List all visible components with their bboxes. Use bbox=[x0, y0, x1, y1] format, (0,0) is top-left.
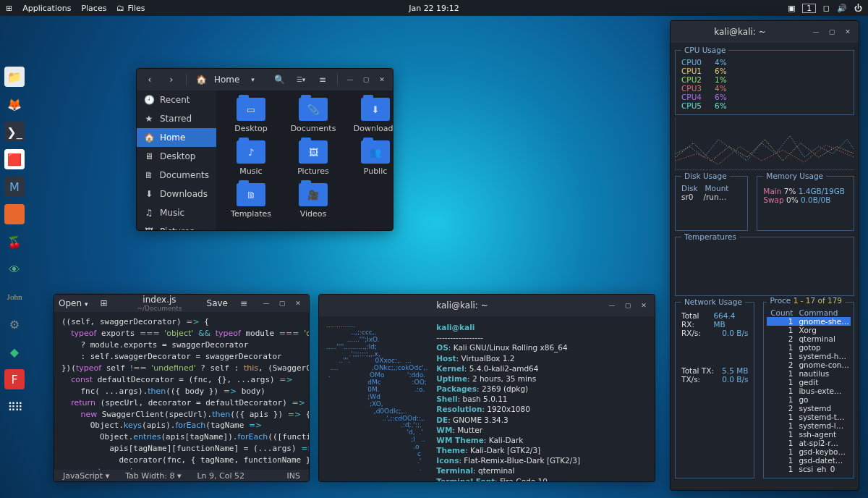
process-row[interactable]: 1ibus-exte… bbox=[767, 387, 851, 395]
maximize-button[interactable]: ▢ bbox=[825, 26, 838, 38]
process-row[interactable]: 1Xorg bbox=[767, 326, 851, 334]
disk-usage-box: Disk Usage DiskMount sr0/run… bbox=[675, 176, 748, 231]
activities-icon[interactable]: ⊞ bbox=[6, 4, 12, 13]
files-menu[interactable]: 🗂Files bbox=[116, 4, 145, 13]
dock-firefox-icon[interactable]: 🦊 bbox=[4, 94, 25, 114]
minimize-button[interactable]: — bbox=[809, 26, 822, 38]
minimize-button[interactable]: — bbox=[605, 300, 618, 311]
nav-forward-icon[interactable]: › bbox=[163, 71, 180, 88]
path-breadcrumb[interactable]: Home bbox=[214, 75, 239, 85]
close-button[interactable]: ✕ bbox=[637, 300, 650, 311]
sidebar-icon: 🏠 bbox=[144, 132, 154, 143]
process-row[interactable]: 1systemd-t… bbox=[767, 413, 851, 421]
save-button[interactable]: Save bbox=[207, 298, 228, 308]
process-row[interactable]: 1gsd-datet… bbox=[767, 456, 851, 465]
nav-back-icon[interactable]: ‹ bbox=[141, 71, 158, 88]
status-insert-mode[interactable]: INS bbox=[287, 471, 300, 481]
network-icon[interactable]: ◻ bbox=[823, 4, 830, 13]
sidebar-item-music[interactable]: ♫Music bbox=[137, 203, 216, 222]
folder-icon: 👥 bbox=[361, 140, 390, 164]
close-button[interactable]: ✕ bbox=[841, 26, 854, 38]
folder-videos[interactable]: 🎥Videos bbox=[286, 183, 341, 219]
sidebar-item-home[interactable]: 🏠Home bbox=[137, 128, 216, 147]
process-row[interactable]: 1at-spi2-r… bbox=[767, 439, 851, 447]
close-button[interactable]: ✕ bbox=[375, 74, 388, 85]
process-row[interactable]: 1systemd-h… bbox=[767, 352, 851, 360]
hamburger-menu-icon[interactable]: ≡ bbox=[235, 295, 252, 312]
sidebar-item-recent[interactable]: 🕘Recent bbox=[137, 90, 216, 109]
dock-john-icon[interactable]: John bbox=[4, 287, 25, 307]
editor-filename: index.js bbox=[119, 295, 199, 305]
view-list-icon[interactable]: ☰▾ bbox=[292, 71, 310, 88]
terminal-titlebar[interactable]: kali@kali: ~ — ▢ ✕ bbox=[319, 295, 655, 316]
places-menu[interactable]: Places bbox=[81, 4, 106, 13]
process-row[interactable]: 1gedit bbox=[767, 378, 851, 387]
close-button[interactable]: ✕ bbox=[292, 297, 305, 309]
dock-metasploit-icon[interactable]: M bbox=[4, 177, 25, 197]
process-row[interactable]: 1go bbox=[767, 395, 851, 404]
folder-icon: ▭ bbox=[237, 98, 265, 121]
sidebar-label: Starred bbox=[160, 114, 192, 124]
status-language[interactable]: JavaScript ▾ bbox=[63, 471, 109, 481]
maximize-button[interactable]: ▢ bbox=[276, 297, 289, 309]
dock-sqlmap-icon[interactable]: ⚙ bbox=[4, 314, 25, 334]
folder-documents[interactable]: 📎Documents bbox=[286, 98, 341, 133]
sidebar-item-pictures[interactable]: 🖼Pictures bbox=[137, 222, 216, 231]
hamburger-menu-icon[interactable]: ≡ bbox=[314, 71, 331, 88]
clock[interactable]: Jan 22 19:12 bbox=[409, 4, 459, 13]
folder-label: Desktop bbox=[234, 124, 267, 133]
sidebar-item-downloads[interactable]: ⬇Downloads bbox=[137, 185, 216, 203]
process-row[interactable]: 1scsi_eh_0 bbox=[767, 465, 851, 473]
process-row[interactable]: 1gotop bbox=[767, 343, 851, 352]
status-position[interactable]: Ln 9, Col 52 bbox=[197, 471, 244, 481]
folder-label: Music bbox=[239, 166, 262, 176]
files-titlebar[interactable]: ‹ › 🏠 Home ▾ 🔍 ☰▾ ≡ — ▢ ✕ bbox=[137, 69, 393, 90]
process-row[interactable]: 2gnome-con… bbox=[767, 360, 851, 369]
camera-icon[interactable]: ▣ bbox=[788, 4, 795, 13]
process-row[interactable]: 1ssh-agent bbox=[767, 430, 851, 439]
dock-cherrytree-icon[interactable]: 🍒 bbox=[4, 232, 25, 252]
process-row[interactable]: 1systemd-l… bbox=[767, 421, 851, 430]
minimize-button[interactable]: — bbox=[260, 297, 273, 309]
editor-titlebar[interactable]: Open ▾ ⊞ index.js ~/Documents Save ≡ — ▢… bbox=[54, 295, 309, 312]
sidebar-item-documents[interactable]: 🗎Documents bbox=[137, 166, 216, 185]
process-row[interactable]: 2qterminal bbox=[767, 334, 851, 343]
search-icon[interactable]: 🔍 bbox=[271, 71, 288, 88]
folder-music[interactable]: ♪Music bbox=[224, 140, 278, 176]
open-button[interactable]: Open ▾ bbox=[59, 298, 88, 308]
folder-downloads[interactable]: ⬇Downloads bbox=[348, 98, 393, 133]
dock-notes-icon[interactable]: 🟥 bbox=[4, 149, 25, 169]
dock-terminal-icon[interactable]: ❯_ bbox=[4, 122, 25, 142]
home-icon[interactable]: 🏠 bbox=[192, 71, 210, 88]
workspace-indicator[interactable]: 1 bbox=[802, 4, 815, 13]
maximize-button[interactable]: ▢ bbox=[359, 74, 373, 85]
process-row[interactable]: 1gnome-she… bbox=[767, 317, 851, 326]
maximize-button[interactable]: ▢ bbox=[621, 300, 634, 311]
terminal-content[interactable]: .............. ..,;:ccc,. ......''';lxO.… bbox=[319, 316, 655, 482]
process-row[interactable]: 1nautilus bbox=[767, 369, 851, 378]
volume-icon[interactable]: 🔊 bbox=[837, 4, 847, 13]
folder-pictures[interactable]: 🖼Pictures bbox=[286, 140, 341, 176]
dock-thunar-icon[interactable]: ◆ bbox=[4, 342, 25, 362]
power-icon[interactable]: ⏻ bbox=[854, 4, 862, 13]
dock-files-icon[interactable]: 📁 bbox=[4, 67, 25, 87]
dock-burp-icon[interactable] bbox=[4, 204, 25, 224]
dock-show-apps-icon[interactable]: ⠿⠿ bbox=[4, 397, 25, 417]
folder-templates[interactable]: 🗎Templates bbox=[224, 183, 278, 219]
new-tab-icon[interactable]: ⊞ bbox=[95, 295, 112, 312]
status-tabwidth[interactable]: Tab Width: 8 ▾ bbox=[125, 471, 181, 481]
process-row[interactable]: 1gsd-keybo… bbox=[767, 447, 851, 456]
sidebar-item-starred[interactable]: ★Starred bbox=[137, 109, 216, 128]
sidebar-item-desktop[interactable]: 🖥Desktop bbox=[137, 147, 216, 166]
monitor-titlebar[interactable]: kali@kali: ~ — ▢ ✕ bbox=[671, 21, 859, 43]
folder-public[interactable]: 👥Public bbox=[348, 140, 393, 176]
applications-menu[interactable]: Applications bbox=[22, 4, 71, 13]
sidebar-icon: ♫ bbox=[144, 208, 154, 218]
process-row[interactable]: 2systemd bbox=[767, 404, 851, 413]
dock-ettercap-icon[interactable]: 👁 bbox=[4, 259, 25, 279]
dock-faraday-icon[interactable]: F bbox=[4, 369, 25, 389]
editor-content[interactable]: ((self, swaggerDecorator) => { typeof ex… bbox=[54, 312, 309, 470]
path-dropdown-icon[interactable]: ▾ bbox=[244, 71, 261, 88]
folder-desktop[interactable]: ▭Desktop bbox=[224, 98, 278, 133]
minimize-button[interactable]: — bbox=[344, 74, 357, 85]
